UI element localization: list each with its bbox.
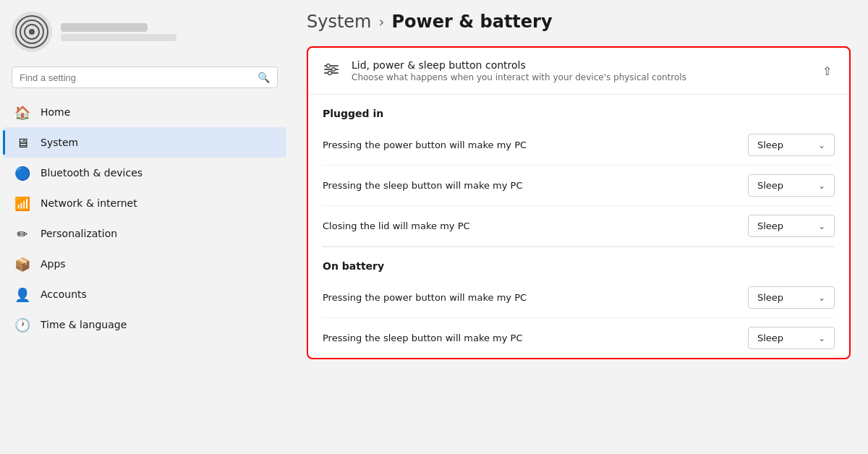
app-container: 🔍 🏠Home🖥System🔵Bluetooth & devices📶Netwo…: [0, 0, 868, 454]
page-header: System › Power & battery: [307, 0, 851, 46]
sidebar-item-label-system: System: [41, 137, 78, 148]
section-body: Plugged in Pressing the power button wil…: [308, 95, 849, 358]
plugged-in-title: Plugged in: [323, 95, 835, 125]
sidebar-item-bluetooth[interactable]: 🔵Bluetooth & devices: [3, 158, 286, 188]
svg-point-8: [332, 67, 336, 71]
power-button-plugged-value: Sleep: [757, 140, 783, 150]
time-icon: 🕐: [14, 317, 30, 333]
chevron-down-icon: ⌄: [818, 140, 825, 150]
svg-point-9: [328, 71, 332, 74]
chevron-down-icon-2: ⌄: [818, 181, 825, 191]
breadcrumb-separator: ›: [379, 13, 385, 30]
search-box[interactable]: 🔍: [12, 67, 278, 88]
lid-plugged-dropdown[interactable]: Sleep ⌄: [748, 215, 835, 237]
sleep-button-plugged-dropdown[interactable]: Sleep ⌄: [748, 174, 835, 197]
system-icon: 🖥: [14, 134, 30, 150]
home-icon: 🏠: [14, 104, 30, 120]
accounts-icon: 👤: [14, 286, 30, 302]
sidebar-item-label-personalization: Personalization: [41, 228, 117, 239]
user-name: [61, 23, 148, 32]
nav-list: 🏠Home🖥System🔵Bluetooth & devices📶Network…: [0, 97, 289, 340]
power-button-plugged-label: Pressing the power button will make my P…: [323, 140, 527, 150]
lid-plugged-row: Closing the lid will make my PC Sleep ⌄: [323, 206, 835, 247]
sleep-button-plugged-value: Sleep: [757, 180, 783, 191]
avatar: [12, 12, 52, 52]
section-header-left: Lid, power & sleep button controls Choos…: [323, 59, 686, 82]
svg-point-7: [327, 64, 331, 67]
personalization-icon: ✏️: [14, 226, 30, 241]
sidebar-item-label-apps: Apps: [41, 258, 66, 270]
section-title-block: Lid, power & sleep button controls Choos…: [352, 59, 686, 82]
avatar-icon: [14, 14, 49, 49]
sidebar-item-home[interactable]: 🏠Home: [3, 97, 286, 127]
on-battery-title: On battery: [323, 247, 835, 278]
breadcrumb-current: Power & battery: [392, 12, 553, 32]
sidebar-item-label-home: Home: [41, 106, 70, 118]
sleep-button-battery-label: Pressing the sleep button will make my P…: [323, 333, 523, 343]
sidebar-item-label-network: Network & internet: [41, 197, 137, 209]
section-subtitle: Choose what happens when you interact wi…: [352, 72, 686, 82]
sleep-button-battery-row: Pressing the sleep button will make my P…: [323, 318, 835, 358]
sidebar-header: [0, 6, 289, 64]
content-area: System › Power & battery: [289, 0, 868, 454]
breadcrumb-parent: System: [307, 12, 372, 32]
power-button-plugged-dropdown[interactable]: Sleep ⌄: [748, 134, 835, 156]
sidebar-item-network[interactable]: 📶Network & internet: [3, 188, 286, 218]
sleep-button-plugged-row: Pressing the sleep button will make my P…: [323, 166, 835, 206]
power-button-battery-dropdown[interactable]: Sleep ⌄: [748, 286, 835, 309]
search-container: 🔍: [0, 64, 289, 97]
sidebar-item-accounts[interactable]: 👤Accounts: [3, 279, 286, 309]
power-button-battery-row: Pressing the power button will make my P…: [323, 278, 835, 318]
sleep-button-battery-value: Sleep: [757, 333, 783, 343]
user-info: [61, 23, 176, 41]
lid-plugged-value: Sleep: [757, 220, 783, 231]
svg-point-3: [29, 29, 35, 35]
chevron-down-icon-5: ⌄: [818, 333, 825, 343]
lid-plugged-label: Closing the lid will make my PC: [323, 220, 470, 231]
sidebar: 🔍 🏠Home🖥System🔵Bluetooth & devices📶Netwo…: [0, 0, 289, 454]
user-email: [61, 34, 176, 41]
power-button-plugged-row: Pressing the power button will make my P…: [323, 125, 835, 166]
bluetooth-icon: 🔵: [14, 165, 30, 181]
lid-power-section-card: Lid, power & sleep button controls Choos…: [307, 46, 851, 359]
power-button-battery-value: Sleep: [757, 292, 783, 303]
chevron-down-icon-4: ⌄: [818, 293, 825, 303]
sidebar-item-label-bluetooth: Bluetooth & devices: [41, 167, 142, 179]
sidebar-item-system[interactable]: 🖥System: [3, 127, 286, 158]
main-area: 🔍 🏠Home🖥System🔵Bluetooth & devices📶Netwo…: [0, 0, 868, 454]
controls-icon: [323, 61, 340, 82]
section-title: Lid, power & sleep button controls: [352, 59, 686, 71]
section-header: Lid, power & sleep button controls Choos…: [308, 48, 849, 95]
power-button-battery-label: Pressing the power button will make my P…: [323, 292, 527, 303]
section-collapse-button[interactable]: ⇧: [820, 61, 835, 81]
sidebar-item-time[interactable]: 🕐Time & language: [3, 309, 286, 340]
sidebar-item-label-time: Time & language: [41, 319, 127, 330]
network-icon: 📶: [14, 195, 30, 211]
apps-icon: 📦: [14, 256, 30, 272]
sleep-button-battery-dropdown[interactable]: Sleep ⌄: [748, 327, 835, 349]
chevron-down-icon-3: ⌄: [818, 221, 825, 231]
sleep-button-plugged-label: Pressing the sleep button will make my P…: [323, 180, 523, 191]
sidebar-item-apps[interactable]: 📦Apps: [3, 249, 286, 279]
on-battery-section: On battery Pressing the power button wil…: [323, 247, 835, 358]
sidebar-item-label-accounts: Accounts: [41, 288, 87, 300]
search-input[interactable]: [20, 72, 252, 83]
search-icon: 🔍: [258, 72, 270, 83]
sidebar-item-personalization[interactable]: ✏️Personalization: [3, 218, 286, 249]
